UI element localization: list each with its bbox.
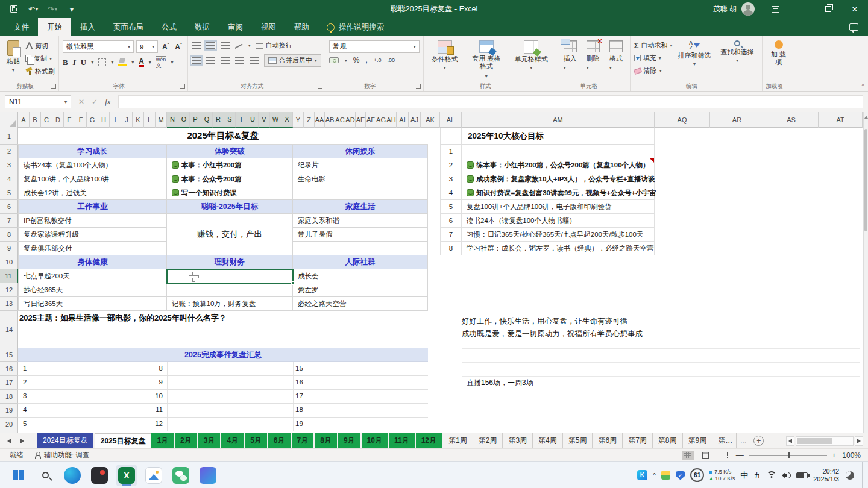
cell[interactable]: 体验突破 [167,145,293,158]
format-painter-button[interactable]: 格式刷 [25,66,55,77]
comma-style-button[interactable]: , [365,56,367,64]
redo-button[interactable]: ↷▾ [47,4,58,14]
ribbon-tab[interactable]: 开始 [38,18,71,36]
paste-button[interactable]: 粘贴▾ [4,39,23,81]
column-header[interactable]: R [213,112,224,128]
sheet-tab[interactable]: 9月 [338,433,362,448]
column-header[interactable]: J [121,112,133,128]
sheet-tab[interactable]: 2月 [175,433,198,448]
select-all-corner[interactable] [0,112,18,128]
row-header[interactable]: 18 [0,390,18,404]
cell[interactable]: 成长会 [293,269,428,283]
column-header[interactable]: C [41,112,52,128]
cell[interactable]: 理财财务 [167,255,293,269]
column-header[interactable]: AL [440,112,462,128]
goal-number-cell[interactable]: 1 [440,145,462,158]
column-header[interactable]: AE [356,112,366,128]
row-header[interactable]: 20 [0,418,18,431]
sheet-tab[interactable]: 第4周 [533,433,563,448]
number-dialog-launcher[interactable] [416,84,421,89]
sheet-tab[interactable]: 12月 [416,433,443,448]
ribbon-tab[interactable]: 帮助 [285,18,318,36]
number-cell[interactable]: 3 [23,392,27,399]
goal-number-cell[interactable]: 6 [440,214,462,228]
row-header[interactable]: 3 [0,158,18,172]
cell[interactable]: 必经之路天空营 [293,297,428,311]
ribbon-tab[interactable]: 文件 [5,18,38,36]
column-header[interactable]: M [156,112,167,128]
undo-button[interactable]: ↶▾ [28,4,39,14]
number-row[interactable]: 3 10 17 [18,390,428,404]
ribbon-tab[interactable]: 页面布局 [104,18,153,36]
vertical-scroll-thumb[interactable] [864,129,867,231]
clear-button[interactable]: 清除 ▾ [634,66,673,76]
column-header[interactable]: F [75,112,87,128]
borders-icon[interactable] [98,58,106,66]
column-header[interactable]: AR [710,112,764,128]
cell[interactable]: 学习成长 [18,145,167,158]
battery-indicator[interactable] [796,468,808,483]
goal-number-cell[interactable]: 4 [440,186,462,200]
column-header[interactable]: AS [764,112,819,128]
sheet-tab[interactable]: 10月 [362,433,389,448]
taskbar-app-docs[interactable] [197,465,219,486]
cell[interactable]: 家庭关系和谐 [293,214,428,228]
insert-cells-button[interactable]: 插入▾ [560,39,580,81]
goal-number-cell[interactable]: 5 [440,200,462,214]
column-header[interactable]: AT [819,112,863,128]
cell[interactable]: 写日记365天 [18,297,167,311]
column-header[interactable]: AF [366,112,376,128]
row-header[interactable]: 9 [0,242,18,255]
new-sheet-button[interactable]: + [753,436,764,446]
merged-goal-cell[interactable]: 赚钱，交付，产出 [167,214,293,255]
note-cell[interactable]: 好好工作，快乐生活，用心复盘，让生命有迹可循 成功既是爱，爱是一切原动力，祝福所… [462,311,860,348]
collapse-ribbon-button[interactable]: ^ [861,83,864,90]
goal-text-cell[interactable]: 学习社群：成长会，粥左罗，读书（经典），必经之路天空营 [462,242,655,255]
cell[interactable]: 工作事业 [18,200,167,214]
network-speed-indicator[interactable]: 7.5 K/s 10.7 K/s [709,469,735,482]
cell[interactable]: 生命电影 [293,172,428,186]
goal-text-cell[interactable]: 复盘100讲+个人品牌100讲，电子版和印刷验货 [462,200,655,214]
sheet-tab[interactable]: 第1周 [443,433,473,448]
page-layout-view-button[interactable] [700,451,712,460]
column-header[interactable]: U [247,112,259,128]
merge-center-button[interactable]: 合并后居中 ▾ [264,54,321,67]
formula-input[interactable] [118,95,863,108]
column-header[interactable]: AC [335,112,345,128]
clipboard-dialog-launcher[interactable] [51,84,56,89]
number-cell[interactable]: 17 [295,392,303,399]
column-header[interactable]: N [167,112,178,128]
minimize-button[interactable]: — [788,0,815,18]
fill-handle[interactable] [291,281,295,285]
ribbon-tab[interactable]: 数据 [186,18,219,36]
cell[interactable]: 写一个知识付费课 [167,186,293,200]
comments-icon[interactable] [849,23,858,31]
hscroll-thumb[interactable] [797,438,832,444]
underline-button[interactable]: U [81,58,86,67]
row-header[interactable]: 13 [0,297,18,311]
copy-button[interactable]: 复制 ▾ [25,53,55,64]
taskbar-search-button[interactable] [34,465,56,486]
align-center-icon[interactable] [206,57,215,64]
live-note-cell[interactable]: 直播156场，一周3场 [467,376,533,390]
account-name[interactable]: 茂聪 胡 [713,4,737,14]
column-header[interactable]: T [236,112,247,128]
row-header[interactable]: 8 [0,228,18,242]
hscroll-track[interactable] [796,436,854,446]
column-header[interactable]: G [87,112,98,128]
row-header[interactable]: 2 [0,145,18,158]
increase-indent-icon[interactable] [250,57,259,64]
number-cell[interactable]: 15 [295,364,303,372]
avatar[interactable] [741,2,755,16]
column-header[interactable]: D [52,112,64,128]
column-header[interactable]: B [30,112,41,128]
ribbon-tab[interactable]: 审阅 [219,18,252,36]
cell[interactable]: IP创富私教交付 [18,214,167,228]
name-box-dropdown-icon[interactable]: ▾ [64,99,67,105]
number-cell[interactable]: 8 [108,364,163,372]
cell[interactable]: 记账：预算10万，财务复盘 [167,297,293,311]
number-cell[interactable]: 16 [295,378,303,386]
zoom-slider[interactable] [749,455,827,456]
ime-mode-indicator[interactable]: 中 [740,468,748,483]
orientation-icon[interactable] [235,42,243,49]
